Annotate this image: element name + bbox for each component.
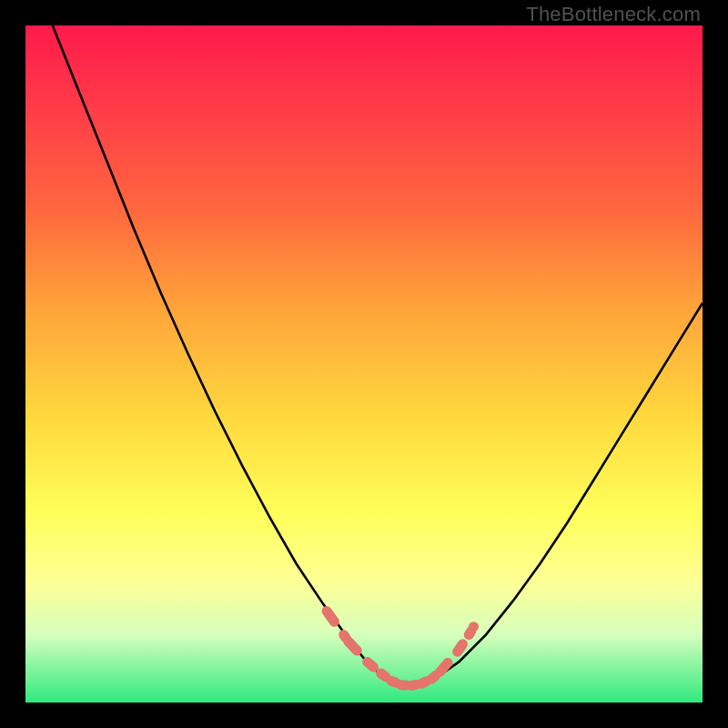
- curve-layer: [25, 25, 703, 703]
- bottleneck-curve: [53, 25, 703, 685]
- marker-point: [421, 682, 426, 683]
- marker-point: [349, 642, 357, 651]
- marker-point: [344, 635, 346, 638]
- marker-point: [458, 644, 463, 652]
- watermark-text: TheBottleneck.com: [526, 3, 701, 26]
- marker-point: [411, 684, 416, 685]
- marker-point: [391, 681, 396, 682]
- marker-point: [469, 632, 470, 635]
- marker-point: [431, 676, 435, 679]
- highlighted-points: [327, 612, 473, 686]
- marker-point: [327, 612, 334, 622]
- marker-point: [440, 663, 448, 672]
- plot-area: [25, 25, 703, 703]
- marker-point: [381, 673, 386, 677]
- marker-point: [368, 662, 374, 667]
- chart-frame: TheBottleneck.com: [0, 0, 728, 728]
